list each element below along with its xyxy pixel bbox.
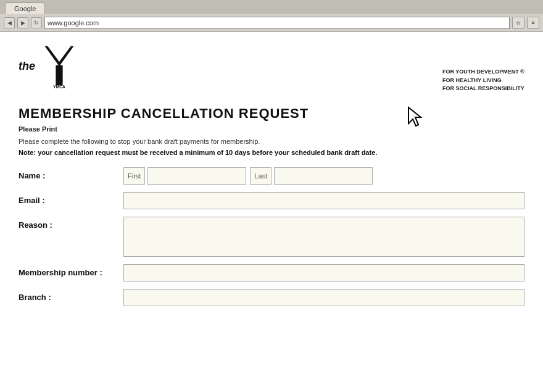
membership-number-input[interactable] (123, 264, 524, 281)
name-row: Name : First Last (19, 167, 524, 185)
last-placeholder: Last (250, 167, 272, 185)
tagline3: FOR SOCIAL RESPONSIBILITY (442, 85, 524, 93)
first-name-input[interactable] (147, 167, 246, 185)
name-label: Name : (19, 171, 117, 180)
logo-area: the YMCA (19, 43, 81, 90)
tab-bar: Google (0, 0, 543, 14)
form-note: Note: your cancellation request must be … (19, 149, 524, 156)
page-content: the YMCA FOR YOUTH DEVELOPMENT ® FOR HEA… (0, 32, 543, 392)
svg-text:YMCA: YMCA (53, 85, 65, 89)
reason-textarea[interactable] (123, 217, 524, 257)
logo-the-text: the (19, 60, 35, 73)
branch-label: Branch : (19, 293, 117, 302)
last-name-input[interactable] (274, 167, 373, 185)
taglines-area: FOR YOUTH DEVELOPMENT ® FOR HEALTHY LIVI… (442, 68, 524, 93)
branch-input[interactable] (123, 289, 524, 306)
bookmark-button[interactable]: ☆ (512, 17, 524, 29)
email-label: Email : (19, 196, 117, 205)
form-title: MEMBERSHIP CANCELLATION REQUEST (19, 106, 524, 122)
email-row: Email : (19, 192, 524, 209)
header: the YMCA FOR YOUTH DEVELOPMENT ® FOR HEA… (19, 43, 524, 93)
please-print: Please Print (19, 125, 524, 133)
back-button[interactable]: ◀ (4, 17, 15, 28)
tagline1: FOR YOUTH DEVELOPMENT ® (442, 68, 524, 77)
forward-button[interactable]: ▶ (17, 17, 28, 28)
refresh-button[interactable]: ↻ (31, 17, 42, 28)
membership-number-row: Membership number : (19, 264, 524, 281)
last-name-part: Last (250, 167, 373, 185)
ymca-logo: YMCA (38, 43, 81, 90)
address-bar-row: ◀ ▶ ↻ ☆ ≡ (0, 14, 543, 31)
first-name-part: First (123, 167, 246, 185)
address-input[interactable] (44, 17, 510, 29)
branch-row: Branch : (19, 289, 524, 306)
email-input[interactable] (123, 192, 524, 209)
name-fields: First Last (123, 167, 524, 185)
browser-chrome: Google ◀ ▶ ↻ ☆ ≡ (0, 0, 543, 32)
browser-tab[interactable]: Google (5, 2, 45, 14)
tagline2: FOR HEALTHY LIVING (442, 77, 524, 85)
form-description: Please complete the following to stop yo… (19, 138, 524, 145)
reason-label: Reason : (19, 217, 117, 230)
reason-row: Reason : (19, 217, 524, 257)
membership-number-label: Membership number : (19, 268, 117, 277)
svg-rect-1 (56, 65, 62, 86)
first-placeholder: First (123, 167, 145, 185)
menu-button[interactable]: ≡ (527, 17, 539, 29)
